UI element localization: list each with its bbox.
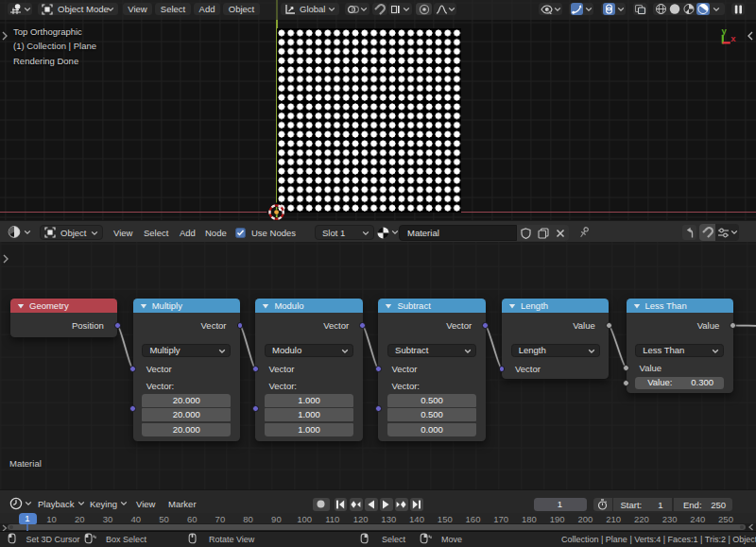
svg-text:y: y [722, 26, 728, 36]
svg-text:x: x [730, 33, 736, 43]
